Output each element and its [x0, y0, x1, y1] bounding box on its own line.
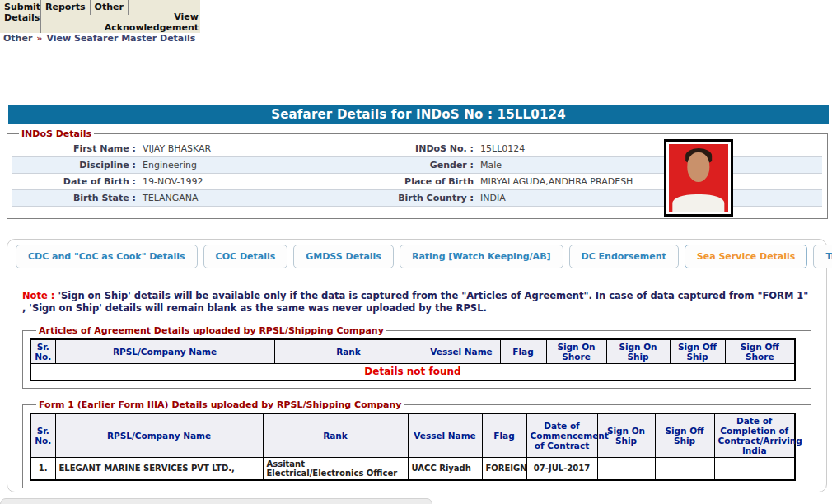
horizontal-scrollbar[interactable] [0, 498, 432, 504]
column-header: RPSL/Company Name [55, 413, 263, 458]
photo-face [687, 152, 709, 182]
form1-table: Sr. No.RPSL/Company NameRankVessel NameF… [30, 413, 796, 482]
table-cell: FOREIGN [482, 457, 526, 480]
column-header: Date of Commencement of Contract [526, 413, 597, 458]
tab-content-panel: CDC and "CoC as Cook" DetailsCOC Details… [7, 239, 827, 492]
dob-label: Date of Birth : [12, 174, 136, 189]
tab-sea-service-details[interactable]: Sea Service Details [685, 245, 808, 268]
pob-value: MIRYALAGUDA,ANDHRA PRADESH [474, 174, 822, 189]
tab-coc-details[interactable]: COC Details [203, 245, 288, 268]
breadcrumb-page: View Seafarer Master Details [46, 33, 195, 44]
table-cell: 07-JUL-2017 [526, 457, 597, 480]
articles-table: Sr. No.RPSL/Company NameRankVessel NameF… [30, 338, 796, 381]
articles-of-agreement-fieldset: Articles of Agreement Details uploaded b… [22, 325, 811, 389]
table-cell: ELEGANT MARINE SERVICES PVT LTD., [55, 457, 263, 480]
column-header: Rank [263, 413, 408, 458]
photo-shirt [672, 194, 724, 212]
column-header: Sign Off Shore [725, 339, 795, 364]
tab-cdc-and-coc-as-cook-details[interactable]: CDC and "CoC as Cook" Details [16, 245, 198, 268]
first-name-value: VIJAY BHASKAR [136, 141, 398, 156]
discipline-label: Discipline : [12, 157, 136, 173]
form1-header-row: Sr. No.RPSL/Company NameRankVessel NameF… [30, 413, 795, 458]
column-header: Sign Off Ship [670, 339, 725, 364]
table-row: 1.ELEGANT MARINE SERVICES PVT LTD.,Assit… [30, 457, 795, 480]
column-header: Sign On Ship [606, 339, 670, 364]
empty-message: Details not found [30, 364, 795, 380]
table-cell: Assitant Electrical/Electronics Officer [263, 457, 408, 480]
tab-gmdss-details[interactable]: GMDSS Details [293, 245, 394, 268]
column-header: RPSL/Company Name [55, 339, 274, 364]
form1-fieldset: Form 1 (Earlier Form IIIA) Details uploa… [22, 399, 811, 489]
column-header: Vessel Name [408, 413, 482, 458]
breadcrumb-section[interactable]: Other [3, 33, 32, 44]
indos-no-value: 15LL0124 [474, 141, 822, 156]
column-header: Flag [482, 413, 526, 458]
table-row: Details not found [30, 364, 795, 380]
form1-legend: Form 1 (Earlier Form IIIA) Details uploa… [36, 399, 404, 410]
table-cell: UACC Riyadh [408, 457, 482, 480]
column-header: Rank [274, 339, 423, 364]
menu-item-submit-details[interactable]: Submit Details [0, 0, 41, 33]
table-cell [714, 457, 795, 480]
column-header: Vessel Name [423, 339, 500, 364]
discipline-value: Engineering [136, 157, 398, 173]
photo-image [669, 144, 728, 212]
breadcrumb: Other»View Seafarer Master Details [3, 33, 195, 44]
seafarer-photo [664, 139, 733, 217]
pob-label: Place of Birth : [398, 174, 474, 189]
birth-country-label: Birth Country : [398, 190, 474, 206]
tab-dc-endorsement[interactable]: DC Endorsement [569, 245, 679, 268]
table-cell [655, 457, 714, 480]
table-cell: 1. [30, 457, 55, 480]
note-text: Note : 'Sign on Ship' details will be av… [22, 290, 811, 315]
top-menu-bar: Submit Details Reports Other View Acknow… [0, 0, 200, 33]
articles-legend: Articles of Agreement Details uploaded b… [36, 325, 386, 336]
articles-header-row: Sr. No.RPSL/Company NameRankVessel NameF… [30, 339, 795, 364]
menu-item-view-acknowledgement[interactable]: View Acknowledgement [100, 12, 199, 33]
breadcrumb-separator: » [36, 33, 42, 44]
right-edge-divider [830, 0, 830, 504]
indos-no-label: INDoS No. : [398, 141, 474, 156]
birth-state-label: Birth State : [12, 190, 136, 206]
column-header: Sign Off Ship [655, 413, 714, 458]
tab-strip: CDC and "CoC as Cook" DetailsCOC Details… [7, 240, 826, 268]
page-title: Seafarer Details for INDoS No : 15LL0124 [8, 105, 829, 124]
note-prefix: Note : [22, 290, 54, 301]
column-header: Sr. No. [30, 413, 55, 458]
dob-value: 19-NOV-1992 [136, 174, 398, 189]
gender-label: Gender : [398, 157, 474, 173]
tab-rating-watch-keeping-ab[interactable]: Rating [Watch Keeping/AB] [400, 245, 563, 268]
column-header: Sign On Shore [546, 339, 606, 364]
table-cell [597, 457, 655, 480]
birth-country-value: INDIA [474, 190, 822, 206]
gender-value: Male [474, 157, 822, 173]
column-header: Sr. No. [30, 339, 55, 364]
birth-state-value: TELANGANA [136, 190, 398, 206]
indos-details-legend: INDoS Details [19, 128, 94, 139]
column-header: Flag [500, 339, 546, 364]
first-name-label: First Name : [12, 141, 136, 156]
menu-item-reports[interactable]: Reports [41, 0, 91, 15]
column-header: Date of Completion of Contract/Arriving … [714, 413, 795, 458]
